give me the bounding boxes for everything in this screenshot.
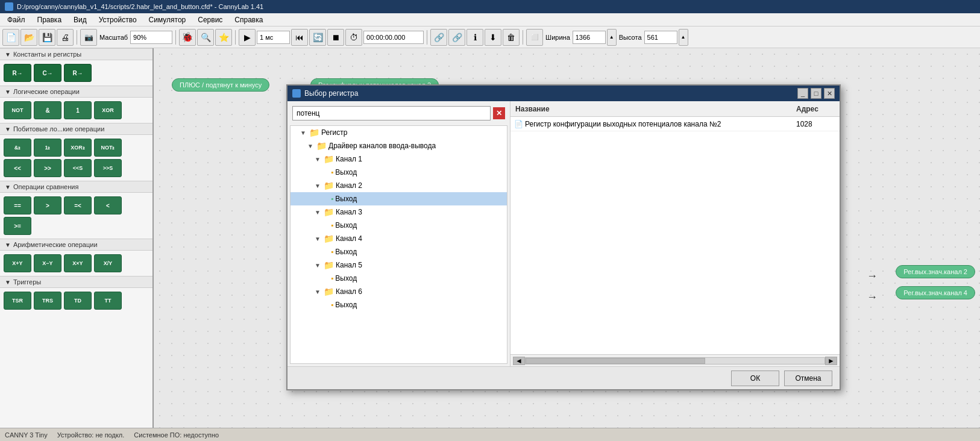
- timer-input[interactable]: [363, 31, 424, 44]
- tree-ch3-output[interactable]: ▪ Выход: [291, 219, 507, 232]
- search-button[interactable]: 🔍: [197, 29, 214, 46]
- scroll-track[interactable]: [525, 357, 825, 364]
- arith-div[interactable]: X/Y: [94, 254, 122, 272]
- cmp-ge[interactable]: >=: [4, 217, 31, 235]
- section-arithmetic[interactable]: ▼ Арифметические операции: [0, 239, 152, 251]
- section-bitwise[interactable]: ▼ Побитовые ло...кие операции: [0, 123, 152, 135]
- camera-button[interactable]: 📷: [80, 29, 97, 46]
- register-item-r2[interactable]: R→: [64, 64, 92, 82]
- dialog-close-button[interactable]: ✕: [824, 88, 835, 99]
- bit-shr[interactable]: >>: [34, 159, 61, 177]
- cmp-lt[interactable]: <: [94, 196, 122, 214]
- dialog-search-area: ✕: [287, 101, 510, 125]
- result-row-0[interactable]: 📄 Регистр конфигурации выходных потенциа…: [510, 117, 840, 131]
- tree-ch3[interactable]: ▼ 📁 Канал 3: [291, 205, 507, 219]
- section-compare[interactable]: ▼ Операции сравнения: [0, 181, 152, 193]
- cmp-le[interactable]: =<: [64, 196, 92, 214]
- open-button[interactable]: 📂: [20, 29, 37, 46]
- menu-help[interactable]: Справка: [230, 14, 268, 25]
- bit-one[interactable]: 1₂: [34, 139, 61, 157]
- bit-shr2[interactable]: >>S: [94, 159, 122, 177]
- tree-ch1-output[interactable]: ▪ Выход: [291, 166, 507, 179]
- stop-button[interactable]: ⏹: [327, 29, 344, 46]
- section-triggers[interactable]: ▼ Триггеры: [0, 276, 152, 288]
- link2-button[interactable]: 🔗: [448, 29, 465, 46]
- section-constants[interactable]: ▼ Константы и регистры: [0, 48, 152, 60]
- width-input[interactable]: [573, 31, 606, 44]
- save-button[interactable]: 💾: [39, 29, 55, 46]
- trig-tt[interactable]: TT: [94, 292, 122, 310]
- scroll-right-button[interactable]: ►: [825, 357, 837, 365]
- new-button[interactable]: 📄: [2, 29, 19, 46]
- bit-not[interactable]: NOT₂: [94, 139, 122, 157]
- search-input[interactable]: [292, 106, 491, 120]
- tree-root[interactable]: ▼ 📁 Регистр: [291, 126, 507, 139]
- refresh-button[interactable]: 🔄: [309, 29, 326, 46]
- step-back-button[interactable]: ⏮: [291, 29, 308, 46]
- tree-ch1-output-label: Выход: [335, 168, 357, 177]
- register-item-c[interactable]: C→: [34, 64, 61, 82]
- resize-button[interactable]: ⬜: [526, 29, 543, 46]
- tree-ch5-output[interactable]: ▪ Выход: [291, 272, 507, 285]
- tree-ch2-output[interactable]: ▪ Выход: [291, 192, 507, 205]
- menu-simulator[interactable]: Симулятор: [144, 14, 191, 25]
- tree-container[interactable]: ▼ 📁 Регистр ▼ 📁 Драйвер каналов ввода-вы…: [290, 125, 507, 364]
- tree-ch6[interactable]: ▼ 📁 Канал 6: [291, 285, 507, 298]
- register-item-r1[interactable]: R→: [4, 64, 31, 82]
- bit-xor[interactable]: XOR₂: [64, 139, 92, 157]
- search-clear-button[interactable]: ✕: [493, 107, 505, 119]
- tree-ch4[interactable]: ▼ 📁 Канал 4: [291, 232, 507, 245]
- title-bar: D:/prog/canny/cannylab_v1_41/scripts/2.h…: [0, 0, 980, 13]
- section-logic[interactable]: ▼ Логические операции: [0, 86, 152, 98]
- cancel-button[interactable]: Отмена: [784, 371, 832, 386]
- tree-ch1[interactable]: ▼ 📁 Канал 1: [291, 152, 507, 166]
- trig-trs[interactable]: TRS: [34, 292, 61, 310]
- logic-one[interactable]: 1: [64, 101, 92, 119]
- menu-device[interactable]: Устройство: [94, 14, 142, 25]
- time-input[interactable]: [257, 31, 290, 44]
- arith-sub[interactable]: X−Y: [34, 254, 61, 272]
- width-spin-up[interactable]: ▲: [607, 29, 617, 46]
- scroll-left-button[interactable]: ◄: [513, 357, 525, 365]
- debug-button[interactable]: 🐞: [179, 29, 196, 46]
- dialog-minimize-button[interactable]: _: [797, 88, 808, 99]
- arith-mul[interactable]: X×Y: [64, 254, 92, 272]
- logic-xor[interactable]: XOR: [94, 101, 122, 119]
- result-addr-0: 1028: [791, 120, 840, 128]
- menu-edit[interactable]: Правка: [33, 14, 67, 25]
- trig-td[interactable]: TD: [64, 292, 92, 310]
- print-button[interactable]: 🖨: [57, 29, 74, 46]
- dialog-maximize-button[interactable]: □: [811, 88, 821, 99]
- bit-shl2[interactable]: <<S: [64, 159, 92, 177]
- delete-button[interactable]: 🗑: [503, 29, 520, 46]
- scale-input[interactable]: [130, 31, 172, 44]
- link1-button[interactable]: 🔗: [430, 29, 447, 46]
- menu-file[interactable]: Файл: [2, 14, 30, 25]
- tree-ch5[interactable]: ▼ 📁 Канал 5: [291, 258, 507, 272]
- cmp-gt[interactable]: >: [34, 196, 61, 214]
- tree-ch6-output[interactable]: ▪ Выход: [291, 298, 507, 311]
- menu-service[interactable]: Сервис: [193, 14, 227, 25]
- logic-not[interactable]: NOT: [4, 101, 31, 119]
- play-button[interactable]: ▶: [239, 29, 256, 46]
- logic-and[interactable]: &: [34, 101, 61, 119]
- favorites-button[interactable]: ⭐: [215, 29, 232, 46]
- height-input[interactable]: [644, 31, 677, 44]
- bit-and[interactable]: &₂: [4, 139, 31, 157]
- ok-button[interactable]: ОК: [731, 371, 779, 386]
- trig-tsr[interactable]: TSR: [4, 292, 31, 310]
- info-button[interactable]: ℹ: [466, 29, 483, 46]
- timer-button[interactable]: ⏱: [345, 29, 362, 46]
- canvas-area[interactable]: ПЛЮС / подтянут к минусу → Рег.конфиг.вы…: [154, 48, 980, 428]
- cmp-eq[interactable]: ==: [4, 196, 31, 214]
- dialog-scrollbar[interactable]: ◄ ►: [510, 354, 840, 366]
- height-spin-up[interactable]: ▲: [679, 29, 688, 46]
- tree-ch4-output[interactable]: ▪ Выход: [291, 245, 507, 258]
- bit-shl[interactable]: <<: [4, 159, 31, 177]
- tree-ch2[interactable]: ▼ 📁 Канал 2: [291, 179, 507, 192]
- tree-driver[interactable]: ▼ 📁 Драйвер каналов ввода-вывода: [291, 139, 507, 152]
- menu-view[interactable]: Вид: [69, 14, 92, 25]
- download-button[interactable]: ⬇: [485, 29, 501, 46]
- arith-add[interactable]: X+Y: [4, 254, 31, 272]
- results-content[interactable]: 📄 Регистр конфигурации выходных потенциа…: [510, 117, 840, 354]
